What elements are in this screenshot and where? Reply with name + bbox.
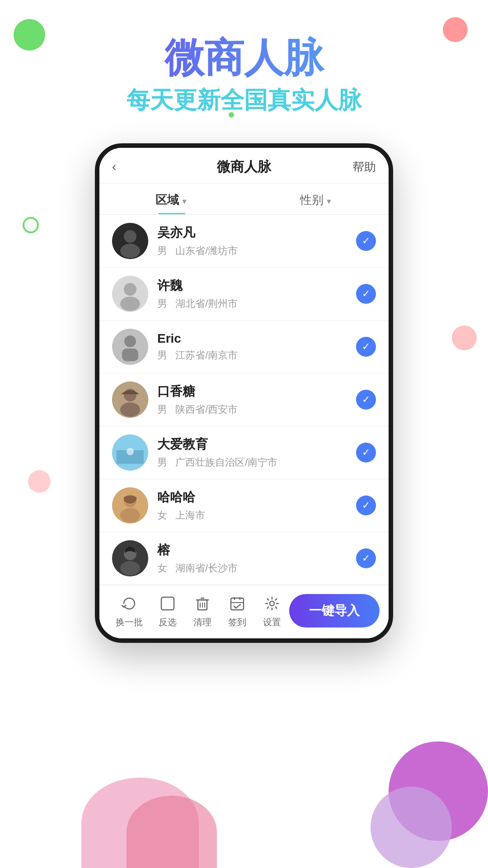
contact-info: 口香糖 男 陕西省/西安市 (157, 383, 356, 416)
phone-wrapper: ‹ 微商人脉 帮助 区域▼ 性别▼ (0, 143, 488, 643)
svg-point-32 (270, 601, 274, 606)
contact-detail: 男 陕西省/西安市 (157, 403, 356, 416)
tab-gender[interactable]: 性别▼ (244, 184, 389, 214)
phone-frame: ‹ 微商人脉 帮助 区域▼ 性别▼ (95, 143, 393, 643)
blob-purple-br (389, 741, 488, 841)
avatar (112, 382, 148, 418)
blob-lavender-br (371, 787, 452, 868)
check-button[interactable]: ✓ (356, 548, 376, 568)
contact-item[interactable]: Eric 男 江苏省/南京市 ✓ (99, 321, 389, 373)
contact-item[interactable]: 榕 女 湖南省/长沙市 ✓ (99, 532, 389, 585)
contact-item[interactable]: 口香糖 男 陕西省/西安市 ✓ (99, 373, 389, 426)
blob-rose-bottom (127, 796, 217, 868)
contact-detail: 男 广西壮族自治区/南宁市 (157, 456, 356, 469)
toolbar-settings[interactable]: 设置 (262, 594, 282, 628)
back-button[interactable]: ‹ (112, 160, 139, 174)
contact-detail: 男 江苏省/南京市 (157, 349, 356, 362)
avatar (112, 540, 148, 576)
contact-info: 大爱教育 男 广西壮族自治区/南宁市 (157, 436, 356, 469)
avatar (112, 276, 148, 312)
contact-info: 许魏 男 湖北省/荆州市 (157, 277, 356, 311)
toolbar-clear[interactable]: 清理 (192, 594, 212, 628)
svg-point-1 (124, 230, 136, 243)
svg-rect-28 (231, 598, 244, 610)
toolbar-items: 换一批 反选 (108, 594, 289, 628)
toolbar-checkin[interactable]: 签到 (227, 594, 247, 628)
contact-detail: 男 山东省/潍坊市 (157, 244, 356, 258)
clear-label: 清理 (193, 616, 211, 628)
contact-detail: 女 上海市 (157, 509, 356, 522)
contact-item[interactable]: 哈哈哈 女 上海市 ✓ (99, 479, 389, 532)
check-button[interactable]: ✓ (356, 284, 376, 304)
sub-title: 每天更新全国真实人脉 (0, 85, 488, 116)
invert-icon (158, 594, 178, 613)
invert-label: 反选 (159, 616, 177, 628)
avatar (112, 434, 148, 471)
avatar (112, 487, 148, 524)
contact-list: 吴亦凡 男 山东省/潍坊市 ✓ (99, 215, 389, 585)
contact-name: 榕 (157, 542, 356, 559)
svg-rect-21 (161, 597, 174, 610)
refresh-label: 换一批 (116, 616, 143, 628)
contact-item[interactable]: 大爱教育 男 广西壮族自治区/南宁市 ✓ (99, 426, 389, 479)
contact-item[interactable]: 许魏 男 湖北省/荆州市 ✓ (99, 268, 389, 321)
import-button[interactable]: 一键导入 (289, 594, 380, 627)
bottom-toolbar: 换一批 反选 (99, 585, 389, 638)
header-area: 微商人脉 每天更新全国真实人脉 (0, 0, 488, 134)
check-button[interactable]: ✓ (356, 337, 376, 357)
check-button[interactable]: ✓ (356, 231, 376, 251)
trash-icon (192, 594, 212, 613)
toolbar-refresh[interactable]: 换一批 (116, 594, 143, 628)
svg-point-5 (120, 297, 140, 311)
contact-info: Eric 男 江苏省/南京市 (157, 331, 356, 362)
contact-detail: 男 湖北省/荆州市 (157, 297, 356, 311)
avatar (112, 223, 148, 259)
check-button[interactable]: ✓ (356, 495, 376, 515)
contact-name: 哈哈哈 (157, 489, 356, 506)
screen-title: 微商人脉 (217, 158, 271, 176)
contact-name: 许魏 (157, 277, 356, 294)
blob-pink-bottom (81, 778, 199, 868)
toolbar-invert[interactable]: 反选 (158, 594, 178, 628)
checkin-label: 签到 (228, 616, 246, 628)
contact-name: 吴亦凡 (157, 224, 356, 241)
contact-info: 吴亦凡 男 山东省/潍坊市 (157, 224, 356, 258)
svg-point-7 (124, 335, 136, 347)
contact-info: 哈哈哈 女 上海市 (157, 489, 356, 522)
contact-item[interactable]: 吴亦凡 男 山东省/潍坊市 ✓ (99, 215, 389, 268)
contact-info: 榕 女 湖南省/长沙市 (157, 542, 356, 575)
nav-bar: ‹ 微商人脉 帮助 (99, 148, 389, 184)
svg-point-11 (120, 402, 140, 417)
contact-name: Eric (157, 331, 356, 346)
svg-point-14 (127, 448, 134, 455)
checkin-icon (227, 594, 247, 613)
check-button[interactable]: ✓ (356, 443, 376, 462)
tab-bar: 区域▼ 性别▼ (99, 184, 389, 215)
svg-point-17 (120, 508, 140, 523)
contact-detail: 女 湖南省/长沙市 (157, 561, 356, 575)
svg-rect-8 (122, 349, 138, 361)
settings-label: 设置 (263, 616, 281, 628)
svg-point-4 (124, 283, 136, 296)
avatar (112, 329, 148, 365)
refresh-icon (119, 594, 139, 613)
gear-icon (262, 594, 282, 613)
contact-name: 大爱教育 (157, 436, 356, 453)
tab-region[interactable]: 区域▼ (99, 184, 244, 214)
svg-point-2 (120, 244, 140, 258)
contact-name: 口香糖 (157, 383, 356, 400)
main-title: 微商人脉 (0, 36, 488, 80)
check-button[interactable]: ✓ (356, 390, 376, 410)
svg-point-20 (120, 561, 140, 576)
phone-screen: ‹ 微商人脉 帮助 区域▼ 性别▼ (99, 148, 389, 638)
help-button[interactable]: 帮助 (349, 159, 376, 175)
